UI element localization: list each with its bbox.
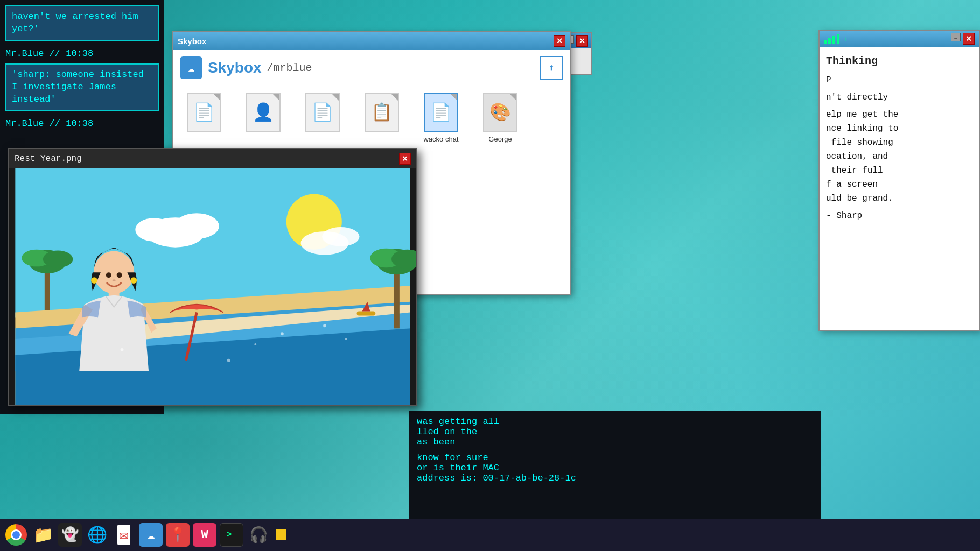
file-icon-symbol-2: 👤 xyxy=(253,102,274,123)
chat-message-3: Mr.Blue // 10:38 xyxy=(5,117,159,130)
bottom-line-3: as been xyxy=(417,437,814,447)
terminal-taskbar-icon[interactable]: >_ xyxy=(220,523,243,547)
wallet-taskbar-icon[interactable]: W xyxy=(193,523,216,547)
image-viewer-title: Rest Year.png xyxy=(15,154,82,164)
mail-icon: ✉ xyxy=(117,525,131,545)
signal-bar-3 xyxy=(832,36,835,44)
image-viewer-window: Rest Year.png ✕ xyxy=(8,148,417,406)
folder-icon: 📁 xyxy=(33,525,53,545)
bottom-line-6: address is: 00-17-ab-be-28-1c xyxy=(417,473,814,483)
image-viewer-close-button[interactable]: ✕ xyxy=(399,153,411,165)
file-icon-4: 📋 xyxy=(365,93,399,132)
file-item-4[interactable]: 📋 xyxy=(358,93,406,135)
signal-bar-1 xyxy=(824,40,827,44)
svg-point-32 xyxy=(323,324,326,327)
file-item-george[interactable]: 🎨 George xyxy=(476,93,524,143)
skybox-controls: ✕ xyxy=(554,35,565,47)
cloud-icon: ☁ xyxy=(146,526,155,543)
file-icon-symbol-1: 📄 xyxy=(193,102,215,123)
svg-point-31 xyxy=(254,343,256,345)
svg-point-35 xyxy=(227,359,230,362)
chat-message-1: haven't we arrested him yet?' xyxy=(5,5,159,41)
map-pin-icon: 📍 xyxy=(169,526,186,543)
wallet-icon: W xyxy=(201,528,208,542)
file-icon-symbol-6: 🎨 xyxy=(489,102,511,123)
thinking-attribution: - Sharp xyxy=(826,209,972,222)
skybox-title: Skybox xyxy=(178,37,206,46)
chat-bubble-1: haven't we arrested him yet?' xyxy=(5,5,159,41)
bottom-text-panel: was getting all lled on the as been know… xyxy=(409,411,821,519)
signal-bar-4 xyxy=(837,34,839,44)
skybox-path: /mrblue xyxy=(267,62,312,74)
file-item-3[interactable]: 📄 xyxy=(298,93,347,135)
file-icon-2: 👤 xyxy=(246,93,281,132)
chrome-icon xyxy=(5,524,27,546)
thinking-minimize-button[interactable]: _ xyxy=(951,33,961,41)
thinking-line-9: their full xyxy=(826,164,972,177)
file-icon-symbol-4: 📋 xyxy=(371,102,393,123)
file-icon-3: 📄 xyxy=(305,93,340,132)
bottom-line-5: or is their MAC xyxy=(417,463,814,473)
svg-rect-17 xyxy=(357,312,376,316)
file-icon-6: 🎨 xyxy=(483,93,517,132)
chrome-taskbar-icon[interactable] xyxy=(4,523,28,547)
plus-icon: + xyxy=(843,36,848,44)
skybox-upload-button[interactable]: ⬆ xyxy=(540,56,563,80)
svg-point-21 xyxy=(117,272,122,278)
signal-bar-2 xyxy=(828,38,831,44)
chat-author-3: Mr.Blue // 10:38 xyxy=(5,117,159,130)
svg-point-33 xyxy=(345,338,347,340)
svg-point-6 xyxy=(322,227,359,246)
terminal-icon: >_ xyxy=(226,530,236,540)
bottom-line-1: was getting all xyxy=(417,416,814,427)
chat-author-2: Mr.Blue // 10:38 xyxy=(5,47,159,60)
thinking-title: Thinking xyxy=(826,53,972,69)
svg-point-22 xyxy=(113,279,116,281)
thinking-line-11: uld be grand. xyxy=(826,192,972,205)
file-label-george: George xyxy=(488,135,512,143)
taskbar: 📁 👻 🌐 ✉ ☁ 📍 W >_ 🎧 xyxy=(0,519,980,551)
ghost-icon: 👻 xyxy=(61,526,79,543)
headphones-icon: 🎧 xyxy=(249,526,268,544)
file-icon-symbol-5: 📄 xyxy=(430,102,452,123)
mail-taskbar-icon[interactable]: ✉ xyxy=(112,523,136,547)
thinking-line-8: ocation, and xyxy=(826,150,972,163)
skybox-logo-text: Skybox xyxy=(208,59,262,76)
svg-point-23 xyxy=(91,277,97,284)
skybox-logo-icon: ☁ xyxy=(180,56,202,79)
file-item-2[interactable]: 👤 xyxy=(239,93,288,135)
svg-point-10 xyxy=(43,251,73,268)
image-viewer-titlebar: Rest Year.png ✕ xyxy=(9,149,416,168)
thinking-line-10: f a screen xyxy=(826,178,972,191)
folder-taskbar-icon[interactable]: 📁 xyxy=(31,523,55,547)
svg-point-4 xyxy=(135,218,172,242)
thinking-close-button[interactable]: ✕ xyxy=(963,33,975,45)
ghost-taskbar-icon[interactable]: 👻 xyxy=(58,523,82,547)
svg-point-20 xyxy=(106,272,111,278)
earth-taskbar-icon[interactable]: 🌐 xyxy=(85,523,109,547)
skybox-close-button[interactable]: ✕ xyxy=(554,35,565,47)
thinking-line-1: P xyxy=(826,74,972,87)
close-button[interactable]: ✕ xyxy=(576,35,588,47)
yellow-indicator xyxy=(276,529,286,540)
thinking-content: Thinking P n't directly elp me get the n… xyxy=(820,47,979,229)
thinking-line-3: n't directly xyxy=(826,91,972,104)
file-item-wacko-chat[interactable]: 📄 wacko chat xyxy=(417,93,465,143)
svg-point-24 xyxy=(130,277,137,284)
svg-point-30 xyxy=(281,332,284,335)
file-icon-5: 📄 xyxy=(424,93,458,132)
bottom-line-2: lled on the xyxy=(417,427,814,437)
map-taskbar-icon[interactable]: 📍 xyxy=(166,523,190,547)
headphones-taskbar-icon[interactable]: 🎧 xyxy=(247,523,270,547)
earth-icon: 🌐 xyxy=(87,525,107,545)
cloud-taskbar-icon[interactable]: ☁ xyxy=(139,523,163,547)
thinking-line-7: file showing xyxy=(826,136,972,149)
file-icon-1: 📄 xyxy=(187,93,221,132)
signal-indicator: + xyxy=(824,34,848,44)
file-label-wacko-chat: wacko chat xyxy=(423,135,458,143)
file-item-1[interactable]: 📄 xyxy=(180,93,228,135)
svg-point-34 xyxy=(121,348,124,351)
skybox-logo: ☁ Skybox /mrblue xyxy=(180,56,312,79)
thinking-line-5: elp me get the xyxy=(826,108,972,121)
skybox-files: 📄 👤 📄 📋 xyxy=(180,93,563,143)
